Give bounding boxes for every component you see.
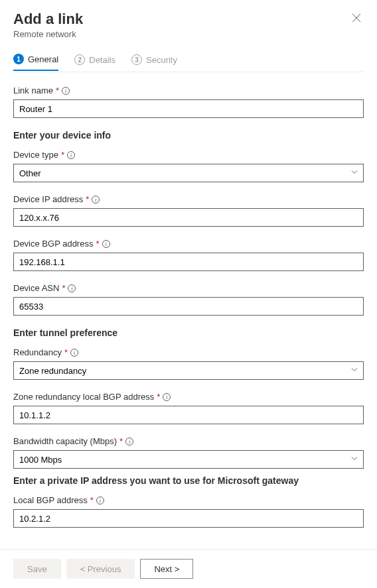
local-bgp-label: Local BGP address * i — [13, 495, 364, 505]
required-marker: * — [157, 392, 160, 402]
required-marker: * — [64, 347, 68, 357]
info-icon[interactable]: i — [163, 393, 171, 401]
section-tunnel-preference: Enter tunnel preference — [13, 327, 364, 338]
section-device-info: Enter your device info — [13, 130, 364, 141]
link-name-input[interactable] — [13, 99, 364, 118]
tab-details[interactable]: 2 Details — [74, 54, 115, 71]
info-icon[interactable]: i — [125, 438, 133, 445]
wizard-tabs: 1 General 2 Details 3 Security — [13, 54, 364, 72]
device-ip-label: Device IP address * i — [13, 194, 364, 204]
info-icon[interactable]: i — [68, 284, 76, 292]
redundancy-label: Redundancy * i — [13, 347, 364, 357]
tab-label: General — [28, 54, 58, 64]
wizard-footer: Save < Previous Next > — [0, 549, 377, 588]
device-bgp-input[interactable] — [13, 253, 364, 271]
required-marker: * — [61, 150, 64, 160]
tab-step-number: 1 — [13, 54, 24, 64]
device-asn-input[interactable] — [13, 297, 364, 316]
required-marker: * — [62, 283, 65, 293]
required-marker: * — [90, 495, 94, 505]
info-icon[interactable]: i — [62, 87, 70, 95]
tab-label: Details — [89, 55, 115, 65]
save-button: Save — [13, 559, 61, 579]
redundancy-select[interactable] — [13, 361, 364, 380]
device-type-select[interactable] — [13, 164, 364, 182]
close-button[interactable] — [349, 11, 364, 27]
required-marker: * — [86, 194, 89, 204]
panel-header: Add a link Remote network — [13, 11, 364, 39]
info-icon[interactable]: i — [70, 349, 78, 357]
info-icon[interactable]: i — [102, 240, 110, 248]
next-button[interactable]: Next > — [140, 559, 193, 579]
tab-general[interactable]: 1 General — [13, 54, 58, 71]
tab-security[interactable]: 3 Security — [131, 54, 177, 71]
zone-bgp-label: Zone redundancy local BGP address * i — [13, 392, 364, 402]
zone-bgp-input[interactable] — [13, 406, 364, 424]
tab-label: Security — [146, 55, 177, 65]
close-icon — [352, 13, 361, 23]
device-ip-input[interactable] — [13, 208, 364, 227]
panel-subtitle: Remote network — [13, 29, 83, 39]
device-type-label: Device type * i — [13, 150, 364, 160]
tab-step-number: 2 — [74, 54, 85, 65]
info-icon[interactable]: i — [67, 151, 75, 159]
info-icon[interactable]: i — [96, 497, 104, 504]
local-bgp-input[interactable] — [13, 509, 364, 528]
bandwidth-label: Bandwidth capacity (Mbps) * i — [13, 436, 364, 446]
required-marker: * — [119, 436, 123, 446]
device-asn-label: Device ASN * i — [13, 283, 364, 293]
tab-step-number: 3 — [131, 54, 142, 65]
tabs-divider — [13, 72, 364, 72]
previous-button: < Previous — [66, 559, 135, 579]
device-bgp-label: Device BGP address * i — [13, 239, 364, 249]
section-private-ip: Enter a private IP address you want to u… — [13, 475, 364, 486]
panel-title: Add a link — [13, 11, 83, 28]
info-icon[interactable]: i — [92, 196, 100, 204]
link-name-label: Link name * i — [13, 86, 364, 95]
required-marker: * — [96, 239, 99, 249]
required-marker: * — [56, 86, 59, 95]
bandwidth-select[interactable] — [13, 450, 364, 469]
